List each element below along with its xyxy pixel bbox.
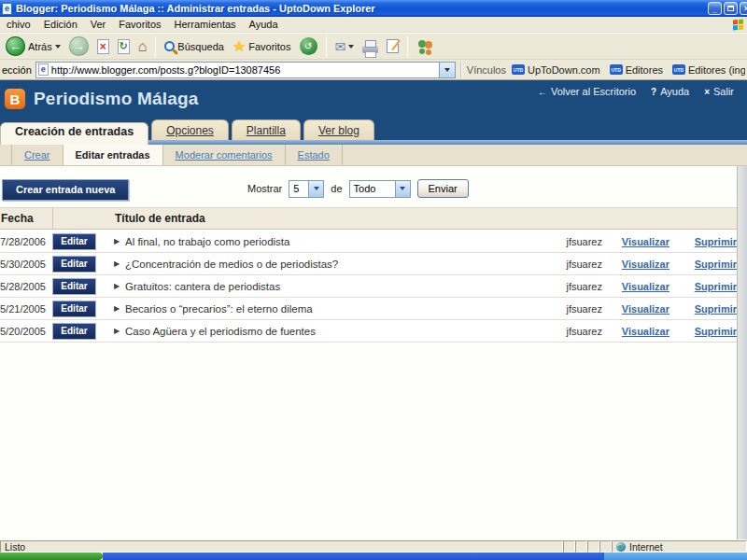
quick-link[interactable]: UTDEditores (inglés) [672, 64, 745, 76]
post-title: Gratuitos: cantera de periodistas [125, 281, 544, 292]
table-row: 5/30/2005 Editar ▶ ¿Concentración de med… [0, 253, 737, 275]
utd-icon: UTD [512, 64, 525, 75]
forward-icon: → [69, 36, 89, 56]
home-button[interactable]: ⌂ [136, 38, 149, 55]
quick-link[interactable]: UTDEditores [610, 64, 663, 76]
start-button-sliver[interactable] [0, 553, 103, 560]
post-author: jfsuarez [544, 259, 602, 270]
menu-item[interactable]: Ayuda [243, 18, 285, 31]
tab-3[interactable]: Ver blog [303, 119, 374, 140]
post-date: 7/28/2006 [0, 236, 52, 247]
address-url[interactable]: http://www.blogger.com/posts.g?blogID=13… [51, 64, 281, 76]
app-icon: e [2, 3, 12, 15]
post-author: jfsuarez [544, 236, 602, 247]
menu-item[interactable]: Favoritos [112, 18, 167, 31]
menu-items: chivoEdiciónVerFavoritosHerramientasAyud… [0, 18, 285, 31]
edit-post-button[interactable]: Editar [52, 323, 96, 340]
edit-post-button[interactable]: Editar [52, 256, 96, 273]
refresh-button[interactable]: ↻ [116, 38, 132, 55]
back-button[interactable]: ← Atrás [4, 35, 63, 57]
post-date: 5/28/2005 [0, 281, 52, 292]
printer-icon [362, 46, 378, 53]
address-dropdown-button[interactable] [439, 63, 455, 77]
favorites-button[interactable]: ★ Favoritos [231, 38, 293, 55]
close-button[interactable]: × [740, 2, 747, 15]
edit-post-button[interactable]: Editar [52, 233, 96, 250]
close-x-icon: × [704, 87, 710, 97]
browser-window: e Blogger: Periodismo Málaga :: Administ… [0, 0, 747, 560]
messenger-button[interactable] [415, 38, 437, 55]
back-icon: ← [6, 36, 25, 56]
delete-post-link[interactable]: Suprimir [695, 259, 737, 270]
search-label: Búsqueda [177, 41, 224, 52]
chevron-down-icon [444, 68, 450, 72]
logout-link[interactable]: × Salir [704, 86, 734, 97]
edit-post-button[interactable]: Editar [52, 301, 96, 317]
view-post-link[interactable]: Visualizar [622, 236, 669, 247]
back-dropdown-icon[interactable] [55, 45, 61, 49]
address-input[interactable]: e http://www.blogger.com/posts.g?blogID=… [35, 62, 456, 78]
internet-globe-icon [616, 542, 626, 552]
stop-button[interactable]: × [95, 38, 111, 55]
home-icon: ⌂ [138, 39, 148, 54]
delete-post-link[interactable]: Suprimir [695, 326, 737, 337]
blogger-logo-icon[interactable]: B [5, 89, 25, 109]
table-row: 5/21/2005 Editar ▶ Becarios o “precarios… [0, 298, 737, 320]
minimize-button[interactable]: _ [708, 2, 722, 15]
show-controls: Mostrar 5 de Todo Enviar [247, 179, 469, 198]
header-links: ← Volver al Escritorio ? Ayuda × Salir [538, 86, 734, 97]
subtab-3[interactable]: Estado [286, 145, 343, 165]
view-post-link[interactable]: Visualizar [622, 281, 669, 292]
table-row: 7/28/2006 Editar ▶ Al final, no trabajo … [0, 231, 737, 253]
show-count-select[interactable]: 5 [289, 180, 324, 198]
menu-item[interactable]: Ver [84, 18, 113, 31]
tab-1[interactable]: Opciones [151, 119, 229, 140]
bullet-arrow-icon: ▶ [112, 304, 125, 313]
print-button[interactable] [360, 38, 380, 54]
show-count-value: 5 [293, 183, 304, 194]
edit-button[interactable] [385, 38, 401, 54]
vertical-scrollbar[interactable] [737, 166, 747, 539]
subtab-1[interactable]: Editar entradas [63, 145, 163, 165]
title-bar[interactable]: e Blogger: Periodismo Málaga :: Administ… [0, 0, 747, 17]
help-link[interactable]: ? Ayuda [651, 86, 689, 97]
menu-item[interactable]: Edición [37, 18, 84, 31]
quick-link[interactable]: UTDUpToDown.com [512, 64, 600, 76]
forward-button[interactable]: → [67, 35, 91, 57]
restore-button[interactable] [724, 2, 738, 15]
select-arrow-button[interactable] [308, 181, 323, 197]
mail-button[interactable]: ✉ [333, 38, 357, 55]
utd-icon: UTD [672, 64, 685, 75]
menu-item[interactable]: Herramientas [168, 18, 243, 31]
show-range-select[interactable]: Todo [349, 180, 411, 198]
tab-0[interactable]: Creación de entradas [0, 122, 148, 145]
select-arrow-button[interactable] [395, 181, 410, 197]
post-author: jfsuarez [544, 303, 602, 315]
edit-post-button[interactable]: Editar [52, 278, 96, 295]
view-post-link[interactable]: Visualizar [622, 303, 669, 315]
back-to-dashboard-link[interactable]: ← Volver al Escritorio [538, 86, 636, 97]
view-post-link[interactable]: Visualizar [622, 259, 669, 270]
quick-links: UTDUpToDown.comUTDEditoresUTDEditores (i… [512, 64, 745, 76]
mail-dropdown-icon[interactable] [348, 45, 354, 49]
status-text: Listo [5, 541, 25, 553]
post-title: Becarios o “precarios”: el eterno dilema [125, 303, 544, 315]
new-post-button[interactable]: Crear entrada nueva [2, 179, 129, 201]
tab-2[interactable]: Plantilla [232, 119, 301, 140]
back-label: Atrás [28, 41, 52, 52]
search-button[interactable]: Búsqueda [162, 40, 226, 53]
toolbar-separator [407, 36, 408, 57]
delete-post-link[interactable]: Suprimir [695, 281, 737, 292]
subtab-2[interactable]: Moderar comentarios [163, 145, 286, 165]
view-post-link[interactable]: Visualizar [622, 326, 669, 337]
menu-item[interactable]: chivo [0, 18, 37, 31]
delete-post-link[interactable]: Suprimir [695, 236, 737, 247]
history-button[interactable]: ↺ [298, 36, 319, 56]
refresh-icon: ↻ [120, 40, 128, 52]
submit-button[interactable]: Enviar [417, 179, 469, 198]
stop-icon: × [100, 40, 106, 53]
date-column-header: Fecha [0, 212, 52, 225]
subtab-0[interactable]: Crear [11, 145, 63, 165]
delete-post-link[interactable]: Suprimir [695, 303, 737, 315]
quick-link-label: UpToDown.com [528, 64, 600, 76]
